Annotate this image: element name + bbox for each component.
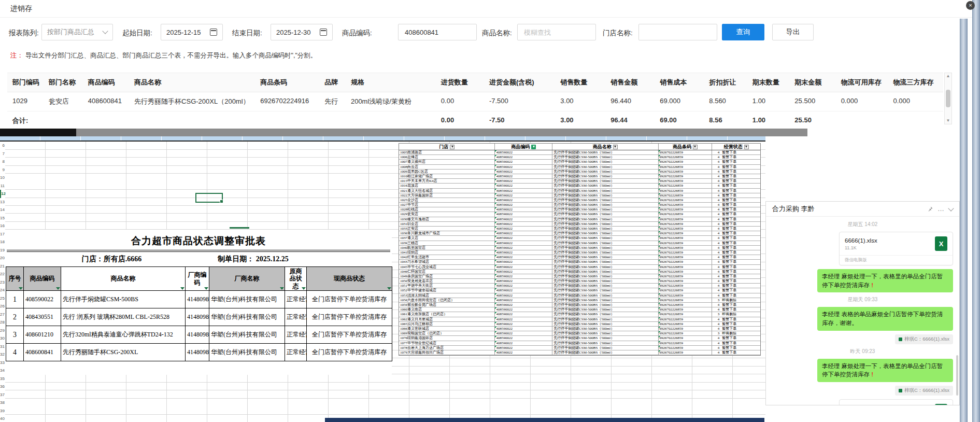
row-number[interactable]: 9	[0, 166, 5, 174]
file-card[interactable]: 6666(1).xlsxX	[839, 399, 953, 405]
store-cell: 先行伴手焖烧罐CSM-500BS（500ml）	[552, 150, 658, 154]
end-date-input[interactable]: 2025-12-30	[271, 24, 333, 40]
report-table-scrollbar[interactable]: ▲ ▼	[944, 73, 952, 124]
row-number[interactable]: 18	[0, 238, 5, 246]
filter-icon[interactable]	[387, 287, 391, 290]
store-header-cell[interactable]: 商品名称	[552, 144, 658, 150]
status-text: 暂禁下单	[722, 341, 736, 345]
store-name-cell: 1025金沙店	[399, 198, 495, 202]
row-number[interactable]: 34	[0, 367, 5, 375]
row-number[interactable]: 7	[0, 150, 5, 158]
filter-icon[interactable]	[204, 287, 208, 290]
export-button[interactable]: 导出	[772, 24, 814, 40]
collapse-icon[interactable]	[948, 205, 954, 211]
row-number[interactable]: 25	[0, 294, 5, 303]
row-number[interactable]: 20	[0, 254, 5, 262]
report-header-row: 部门编码部门名称商品编码商品名称商品条码品牌规格进货数量进货金额(含税)销售数量…	[7, 73, 943, 92]
row-number[interactable]: 16	[0, 222, 5, 230]
store-cell: 408590022	[495, 303, 552, 307]
row-number[interactable]: 36	[0, 383, 5, 391]
row-number[interactable]: 29	[0, 327, 5, 335]
row-number[interactable]: 12	[0, 190, 5, 198]
store-cell: 6926702226859	[659, 212, 713, 216]
approval-header-cell[interactable]: 现商品状态	[307, 267, 392, 291]
window-scrollbar[interactable]	[960, 19, 968, 422]
store-name-field[interactable]	[638, 24, 717, 40]
filter-icon[interactable]	[180, 287, 184, 290]
store-header-cell[interactable]: 商品条码	[659, 144, 713, 150]
store-header-cell[interactable]: 商品编码	[495, 144, 552, 150]
filter-icon[interactable]	[280, 287, 284, 290]
row-number[interactable]: 35	[0, 375, 5, 383]
report-header-cell: 进货数量	[436, 73, 484, 92]
row-number[interactable]: 37	[0, 391, 5, 399]
row-number[interactable]: 27	[0, 311, 5, 319]
row-number[interactable]: 26	[0, 302, 5, 311]
filter-active-icon[interactable]	[531, 145, 536, 149]
row-number[interactable]: 32	[0, 350, 5, 359]
row-number[interactable]: 11	[0, 182, 5, 190]
filter-icon[interactable]	[19, 287, 23, 290]
start-date-input[interactable]: 2025-12-15	[161, 24, 223, 40]
filter-dropdown-icon[interactable]	[450, 145, 455, 149]
row-number[interactable]: 22	[0, 270, 5, 278]
query-button[interactable]: 查询	[722, 24, 764, 40]
filter-icon[interactable]	[56, 287, 60, 290]
row-number[interactable]: 28	[0, 318, 5, 327]
store-cell: 先行伴手焖烧罐CSM-500BS（500ml）	[552, 312, 658, 316]
row-number[interactable]: 31	[0, 343, 5, 351]
status-text: 暂禁下单	[722, 198, 736, 202]
row-number[interactable]: 38	[0, 399, 5, 407]
store-cell: 408590022	[495, 155, 552, 159]
row-number[interactable]: 15	[0, 214, 5, 222]
row-number[interactable]: 33	[0, 359, 5, 367]
row-number[interactable]: 39	[0, 407, 5, 415]
row-number[interactable]: 19	[0, 246, 5, 255]
row-number[interactable]: 21	[0, 262, 5, 271]
row-number[interactable]: 13	[0, 198, 5, 206]
filter-icon[interactable]	[302, 287, 306, 290]
excel-selected-cell[interactable]	[195, 193, 223, 203]
close-button[interactable]: ×	[966, 1, 975, 10]
row-number[interactable]: 6	[0, 142, 5, 150]
store-row: 1045毕节七心茂业城店408590022先行伴手焖烧罐CSM-500BS（50…	[399, 265, 760, 270]
pin-icon[interactable]	[927, 206, 933, 212]
filter-dropdown-icon[interactable]	[744, 145, 749, 149]
more-icon[interactable]: …	[938, 206, 945, 212]
filter-dropdown-icon[interactable]	[693, 145, 698, 149]
store-row: 1077毕节明金世纪城店408590022先行伴手焖烧罐CSM-500BS（50…	[399, 341, 760, 346]
approval-header-cell[interactable]: 厂商编码	[186, 267, 209, 291]
scroll-down-icon[interactable]: ▼	[946, 118, 950, 123]
product-name-input[interactable]	[523, 28, 590, 37]
chat-scrollbar[interactable]	[956, 355, 958, 396]
store-cell: 6926702226859	[659, 255, 713, 259]
row-number[interactable]: 10	[0, 174, 5, 182]
scroll-up-icon[interactable]: ▲	[946, 74, 950, 79]
store-name-input[interactable]	[644, 28, 712, 37]
store-status-cell: 4暂禁下单	[712, 160, 760, 164]
approval-header-cell[interactable]: 厂商名称	[209, 267, 285, 291]
approval-header-cell[interactable]: 商品编码	[24, 267, 61, 291]
scrollbar-thumb[interactable]	[946, 90, 950, 107]
window-edge-strip-gray	[76, 129, 807, 136]
row-number[interactable]: 23	[0, 278, 5, 287]
product-code-field[interactable]	[398, 24, 477, 40]
store-header-cell[interactable]: 门店	[399, 144, 495, 150]
approval-header-cell[interactable]: 原商品状态	[285, 267, 307, 291]
row-number[interactable]: 14	[0, 206, 5, 214]
report-type-select[interactable]: 按部门商品汇总	[41, 24, 113, 40]
store-header-cell[interactable]: 经营状态	[712, 144, 760, 150]
filter-dropdown-icon[interactable]	[613, 145, 618, 149]
row-number[interactable]: 40	[0, 415, 5, 422]
row-number[interactable]: 24	[0, 286, 5, 294]
row-number[interactable]: 17	[0, 230, 5, 238]
product-code-input[interactable]	[404, 28, 471, 37]
approval-header-cell[interactable]: 商品名称	[61, 267, 186, 291]
store-status-cell: 4暂禁下单	[712, 198, 760, 202]
product-name-field[interactable]	[517, 24, 596, 40]
browser-scrollbar[interactable]	[972, 0, 980, 422]
approval-header-cell[interactable]: 序号	[6, 267, 24, 291]
row-number[interactable]: 8	[0, 158, 5, 166]
file-card[interactable]: 6666(1).xlsx11.1KX微信电脑版	[839, 232, 953, 265]
row-number[interactable]: 30	[0, 334, 5, 343]
